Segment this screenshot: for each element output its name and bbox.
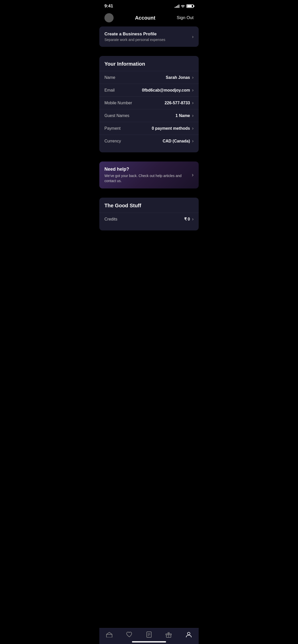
currency-label: Currency [104,139,121,143]
email-value: 0fbd6cab@moodjoy.com [142,88,190,93]
payment-label: Payment [104,126,120,131]
signal-icon [175,5,179,8]
name-chevron-icon: › [192,75,194,80]
email-value-wrap: 0fbd6cab@moodjoy.com › [142,87,194,93]
wifi-icon [181,5,185,8]
gap-3 [99,192,199,195]
battery-icon [186,4,194,8]
business-card-title: Create a Business Profile [104,32,165,37]
name-row[interactable]: Name Sarah Jonas › [99,71,199,84]
status-time: 9:41 [104,4,113,9]
business-profile-card[interactable]: Create a Business Profile Separate work … [99,26,199,47]
help-card-text: Need help? We've got your back. Check ou… [104,167,189,183]
help-chevron-icon: › [192,172,194,178]
payment-value-wrap: 0 payment methods › [152,126,194,131]
help-card[interactable]: Need help? We've got your back. Check ou… [99,162,199,188]
currency-value: CAD (Canada) [162,139,190,143]
payment-row[interactable]: Payment 0 payment methods › [99,122,199,135]
name-label: Name [104,75,115,80]
email-chevron-icon: › [192,87,194,93]
business-card-text: Create a Business Profile Separate work … [104,32,165,42]
chevron-right-icon: › [192,34,194,39]
currency-row[interactable]: Currency CAD (Canada) › [99,135,199,147]
credits-row[interactable]: Credits ₹ 0 › [99,213,199,225]
guest-names-label: Guest Names [104,113,129,118]
mobile-value: 226-577-8733 [165,101,190,105]
name-value-wrap: Sarah Jonas › [166,75,194,80]
guest-names-value-wrap: 1 Name › [175,113,194,118]
credits-label: Credits [104,217,117,222]
nav-header: Account Sign Out [99,11,199,26]
gap-2 [99,155,199,158]
good-stuff-title: The Good Stuff [99,203,199,213]
business-profile-row[interactable]: Create a Business Profile Separate work … [99,26,199,47]
mobile-chevron-icon: › [192,100,194,106]
business-card-subtitle: Separate work and personal expenses [104,38,165,42]
credits-value: ₹ 0 [184,217,190,222]
payment-value: 0 payment methods [152,126,190,131]
guest-names-row[interactable]: Guest Names 1 Name › [99,109,199,122]
name-value: Sarah Jonas [166,75,190,80]
guest-names-value: 1 Name [175,113,190,118]
currency-chevron-icon: › [192,138,194,144]
status-bar: 9:41 [99,0,199,11]
currency-value-wrap: CAD (Canada) › [162,138,194,144]
status-icons [175,4,194,8]
your-information-title: Your Information [99,61,199,71]
gap-1 [99,50,199,53]
help-subtitle: We've got your back. Check out help arti… [104,173,189,183]
page-title: Account [135,15,155,21]
email-row[interactable]: Email 0fbd6cab@moodjoy.com › [99,84,199,96]
credits-chevron-icon: › [192,216,194,222]
avatar[interactable] [104,13,114,22]
help-title: Need help? [104,167,189,172]
email-label: Email [104,88,115,93]
main-content: Create a Business Profile Separate work … [99,26,199,251]
mobile-label: Mobile Number [104,101,132,105]
mobile-value-wrap: 226-577-8733 › [165,100,194,106]
your-information-section: Your Information Name Sarah Jonas › Emai… [99,56,199,152]
sign-out-button[interactable]: Sign Out [177,15,194,20]
good-stuff-section: The Good Stuff Credits ₹ 0 › [99,198,199,230]
credits-value-wrap: ₹ 0 › [184,216,194,222]
mobile-row[interactable]: Mobile Number 226-577-8733 › [99,96,199,109]
guest-names-chevron-icon: › [192,113,194,118]
payment-chevron-icon: › [192,126,194,131]
